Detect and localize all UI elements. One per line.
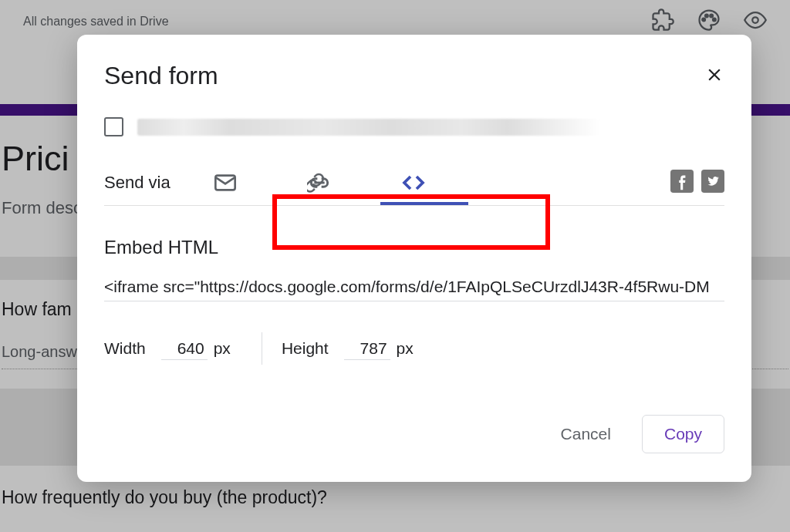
send-via-row: Send via — [104, 160, 724, 206]
close-icon — [704, 65, 724, 85]
copy-button[interactable]: Copy — [642, 415, 724, 453]
share-twitter[interactable] — [701, 170, 724, 196]
dimensions-row: Width px Height px — [104, 332, 724, 365]
email-icon — [213, 170, 238, 195]
embed-code-field[interactable]: <iframe src="https://docs.google.com/for… — [104, 278, 724, 301]
collect-emails-row — [104, 117, 724, 136]
tab-indicator — [380, 202, 468, 205]
height-unit: px — [397, 339, 414, 358]
modal-title: Send form — [104, 62, 218, 90]
share-facebook[interactable] — [670, 170, 694, 196]
modal-footer: Cancel Copy — [104, 415, 724, 453]
modal-header: Send form — [104, 62, 724, 90]
width-input[interactable] — [161, 338, 208, 360]
tab-link[interactable] — [307, 170, 332, 195]
link-icon — [307, 170, 332, 195]
dim-divider — [262, 332, 262, 365]
width-label: Width — [104, 339, 146, 358]
send-via-label: Send via — [104, 173, 170, 193]
tab-embed[interactable] — [401, 170, 426, 195]
width-unit: px — [214, 339, 231, 358]
send-form-modal: Send form Send via — [77, 35, 751, 482]
social-share — [670, 170, 724, 196]
embed-section-title: Embed HTML — [104, 237, 724, 258]
height-label: Height — [282, 339, 329, 358]
embed-icon — [401, 170, 426, 195]
collect-emails-label-redacted — [137, 119, 600, 136]
facebook-icon — [670, 170, 694, 193]
collect-emails-checkbox[interactable] — [104, 117, 123, 136]
send-via-tabs — [213, 170, 426, 195]
close-button[interactable] — [704, 65, 724, 88]
twitter-icon — [701, 170, 724, 193]
tab-email[interactable] — [213, 170, 238, 195]
cancel-button[interactable]: Cancel — [545, 417, 626, 451]
height-input[interactable] — [344, 338, 390, 360]
